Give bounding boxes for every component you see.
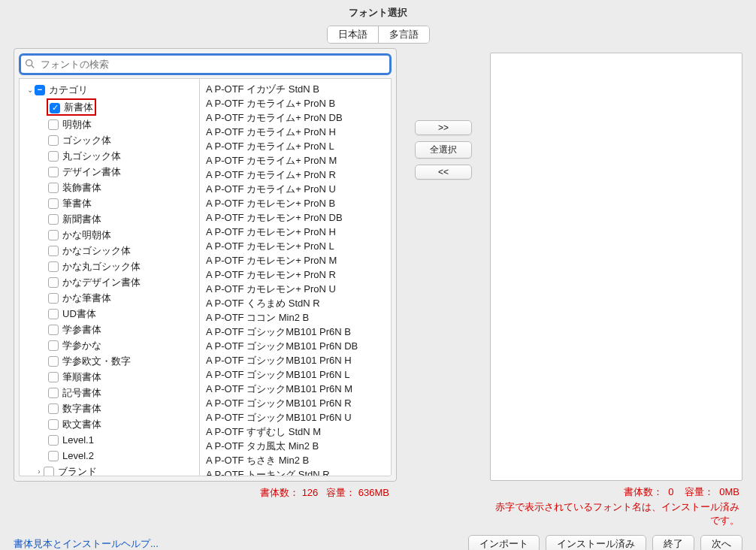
installed-button[interactable]: インストール済み	[546, 535, 646, 550]
font-row[interactable]: A P-OTF カモレモン+ ProN B	[200, 196, 391, 210]
font-row[interactable]: A P-OTF カモライム+ ProN R	[200, 168, 391, 182]
font-row[interactable]: A P-OTF すずむし StdN M	[200, 425, 391, 439]
tree-item[interactable]: 学参欧文・数字	[23, 353, 199, 369]
font-row[interactable]: A P-OTF イカヅチ StdN B	[200, 82, 391, 96]
font-row[interactable]: A P-OTF ちさき Min2 B	[200, 453, 391, 467]
remove-button[interactable]: <<	[415, 165, 472, 180]
chevron-right-icon[interactable]: ›	[35, 464, 44, 476]
tree-item[interactable]: 欧文書体	[23, 416, 199, 432]
checkbox[interactable]	[48, 246, 59, 256]
checkbox[interactable]	[48, 119, 59, 130]
tree-item[interactable]: かなデザイン書体	[23, 274, 199, 290]
import-button[interactable]: インポート	[468, 535, 540, 550]
font-row[interactable]: A P-OTF カモライム+ ProN DB	[200, 110, 391, 125]
quit-button[interactable]: 終了	[652, 535, 694, 550]
font-row[interactable]: A P-OTF カモレモン+ ProN L	[200, 239, 391, 253]
font-row[interactable]: A P-OTF ココン Min2 B	[200, 310, 391, 325]
font-row[interactable]: A P-OTF ゴシックMB101 Pr6N R	[200, 396, 391, 410]
font-row[interactable]: A P-OTF くろまめ StdN R	[200, 296, 391, 310]
checkbox-category[interactable]: −	[35, 85, 45, 95]
font-row[interactable]: A P-OTF カモレモン+ ProN U	[200, 282, 391, 296]
checkbox[interactable]	[48, 277, 59, 288]
font-row[interactable]: A P-OTF ゴシックMB101 Pr6N M	[200, 382, 391, 396]
checkbox[interactable]	[48, 135, 59, 146]
font-row[interactable]: A P-OTF ゴシックMB101 Pr6N B	[200, 325, 391, 339]
tree-item[interactable]: ✓新書体	[23, 98, 199, 116]
category-tree[interactable]: ⌄ − カテゴリ ✓新書体明朝体ゴシック体丸ゴシック体デザイン書体装飾書体筆書体…	[19, 78, 199, 476]
font-row[interactable]: A P-OTF カモレモン+ ProN DB	[200, 210, 391, 225]
tree-label: 新書体	[64, 101, 93, 113]
next-button[interactable]: 次へ	[700, 535, 742, 550]
checkbox[interactable]	[48, 293, 59, 304]
tree-label: 欧文書体	[62, 417, 101, 431]
font-list[interactable]: A P-OTF イカヅチ StdN BA P-OTF カモライム+ ProN B…	[199, 78, 392, 476]
tree-brand[interactable]: › ブランド	[23, 464, 199, 476]
checkbox[interactable]	[48, 356, 59, 367]
tree-item[interactable]: 学参かな	[23, 337, 199, 353]
checkbox[interactable]	[48, 309, 59, 319]
tree-item[interactable]: かな明朝体	[23, 227, 199, 243]
checkbox[interactable]	[48, 372, 59, 382]
checkbox[interactable]	[48, 261, 59, 272]
checkbox[interactable]	[48, 419, 59, 430]
font-row[interactable]: A P-OTF カモレモン+ ProN M	[200, 253, 391, 267]
tree-item[interactable]: 筆書体	[23, 195, 199, 211]
search-input[interactable]	[19, 53, 392, 75]
font-row[interactable]: A P-OTF カモレモン+ ProN H	[200, 225, 391, 239]
font-row[interactable]: A P-OTF ゴシックMB101 Pr6N DB	[200, 339, 391, 353]
font-row[interactable]: A P-OTF タカ風太 Min2 B	[200, 439, 391, 453]
font-row[interactable]: A P-OTF トーキング StdN R	[200, 467, 391, 476]
font-row[interactable]: A P-OTF カモライム+ ProN M	[200, 153, 391, 168]
checkbox[interactable]	[48, 435, 59, 446]
chevron-down-icon[interactable]: ⌄	[26, 83, 35, 97]
tree-label: 装飾書体	[62, 180, 101, 195]
tree-item[interactable]: 筆順書体	[23, 369, 199, 385]
checkbox[interactable]	[48, 183, 59, 193]
checkbox[interactable]	[48, 451, 59, 461]
tree-label: 筆順書体	[62, 370, 101, 384]
font-row[interactable]: A P-OTF カモライム+ ProN B	[200, 96, 391, 110]
font-row[interactable]: A P-OTF カモレモン+ ProN R	[200, 267, 391, 282]
checkbox-brand[interactable]	[44, 467, 54, 477]
checkbox[interactable]	[48, 151, 59, 162]
tree-item[interactable]: 数字書体	[23, 400, 199, 416]
tab-multilang[interactable]: 多言語	[378, 26, 429, 43]
tab-japanese[interactable]: 日本語	[328, 26, 378, 43]
checkbox[interactable]	[48, 230, 59, 240]
tree-item[interactable]: かな丸ゴシック体	[23, 258, 199, 274]
tree-item[interactable]: 新聞書体	[23, 211, 199, 227]
checkbox[interactable]	[48, 403, 59, 414]
font-row[interactable]: A P-OTF ゴシックMB101 Pr6N L	[200, 367, 391, 382]
tree-item[interactable]: かなゴシック体	[23, 243, 199, 258]
selected-list[interactable]	[490, 53, 742, 481]
add-button[interactable]: >>	[415, 120, 472, 135]
window-title: フォント選択	[0, 0, 756, 26]
tree-item[interactable]: ゴシック体	[23, 132, 199, 148]
tree-item[interactable]: 明朝体	[23, 116, 199, 132]
tree-item[interactable]: 記号書体	[23, 385, 199, 400]
tree-item[interactable]: Level.1	[23, 432, 199, 448]
checkbox[interactable]	[48, 388, 59, 398]
checkbox[interactable]	[48, 198, 59, 209]
source-panel: ⌄ − カテゴリ ✓新書体明朝体ゴシック体丸ゴシック体デザイン書体装飾書体筆書体…	[14, 48, 397, 482]
font-row[interactable]: A P-OTF ゴシックMB101 Pr6N H	[200, 353, 391, 367]
checkbox[interactable]	[48, 325, 59, 335]
checkbox[interactable]	[48, 340, 59, 351]
tree-item[interactable]: 学参書体	[23, 322, 199, 337]
font-row[interactable]: A P-OTF カモライム+ ProN U	[200, 182, 391, 196]
checkbox[interactable]	[48, 167, 59, 177]
select-all-button[interactable]: 全選択	[415, 141, 472, 159]
tree-item[interactable]: 丸ゴシック体	[23, 148, 199, 164]
font-row[interactable]: A P-OTF カモライム+ ProN L	[200, 139, 391, 153]
tree-item[interactable]: デザイン書体	[23, 164, 199, 180]
tree-item[interactable]: かな筆書体	[23, 290, 199, 306]
checkbox[interactable]	[48, 214, 59, 225]
font-row[interactable]: A P-OTF カモライム+ ProN H	[200, 125, 391, 139]
font-row[interactable]: A P-OTF ゴシックMB101 Pr6N U	[200, 410, 391, 425]
tree-item[interactable]: UD書体	[23, 306, 199, 322]
help-link[interactable]: 書体見本とインストールヘルプ...	[14, 537, 159, 550]
tree-item[interactable]: Level.2	[23, 448, 199, 464]
checkbox[interactable]: ✓	[50, 103, 60, 113]
tree-item[interactable]: 装飾書体	[23, 180, 199, 195]
tree-category[interactable]: ⌄ − カテゴリ	[23, 82, 199, 98]
